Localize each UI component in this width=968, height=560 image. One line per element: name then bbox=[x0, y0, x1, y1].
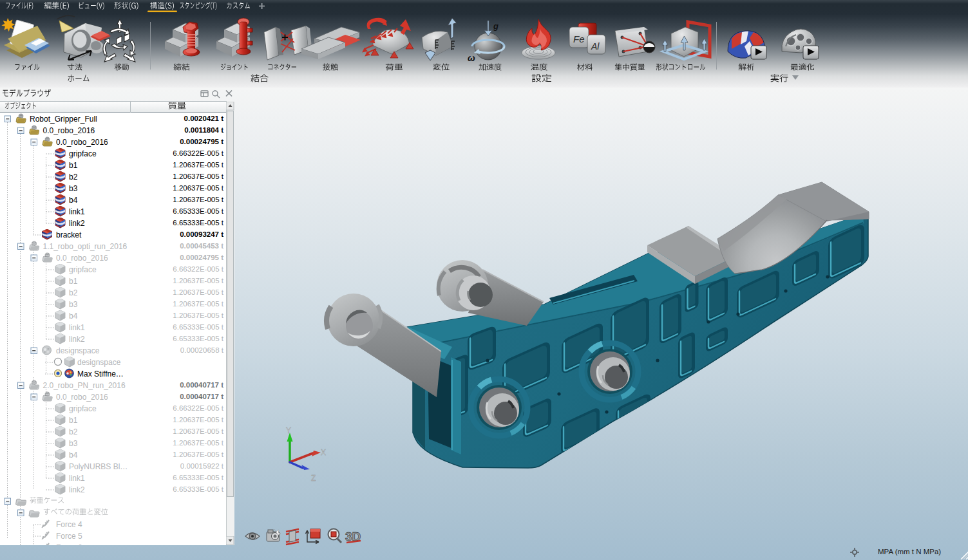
svg-text:ω: ω bbox=[468, 53, 475, 63]
svg-text:g: g bbox=[493, 21, 498, 31]
svg-text:X: X bbox=[321, 448, 326, 457]
svg-text:Al: Al bbox=[591, 41, 600, 51]
svg-text:Z: Z bbox=[311, 474, 316, 483]
svg-text:Fe: Fe bbox=[573, 33, 585, 44]
svg-text:Y: Y bbox=[286, 426, 291, 435]
